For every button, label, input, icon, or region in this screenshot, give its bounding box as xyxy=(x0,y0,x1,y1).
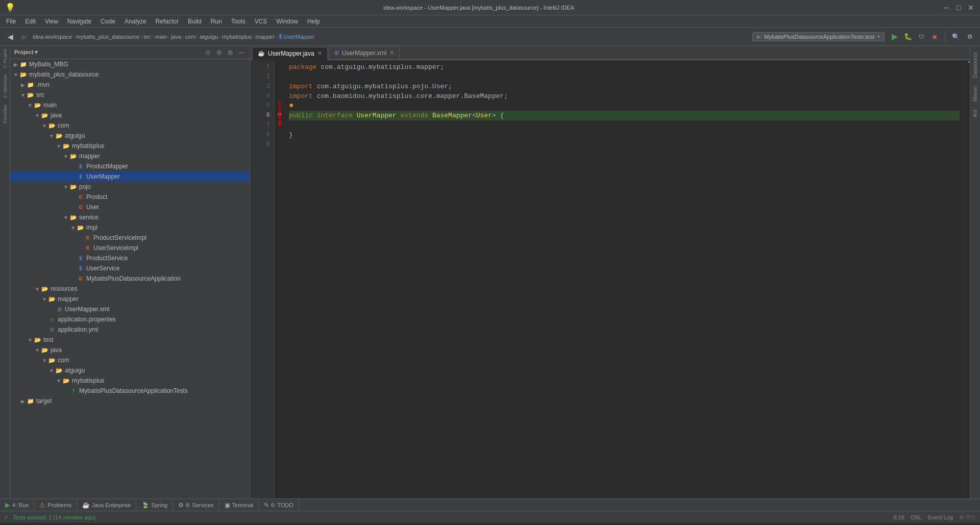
tree-item-test-java[interactable]: ▼ 📂 java xyxy=(10,345,250,355)
event-log-button[interactable]: Event Log xyxy=(928,514,953,520)
tree-item-java[interactable]: ▼ 📂 java xyxy=(10,110,250,120)
breadcrumb-mapper[interactable]: mapper xyxy=(256,34,275,40)
close-button[interactable]: ✕ xyxy=(967,4,975,12)
minimize-button[interactable]: ─ xyxy=(942,4,950,12)
collapse-panel-button[interactable]: — xyxy=(237,48,246,57)
tree-item-application-props[interactable]: ≡ application.properties xyxy=(10,314,250,324)
menu-file[interactable]: File xyxy=(2,17,20,26)
datasource-label[interactable]: Datasource xyxy=(971,48,979,82)
tree-item-productserviceimpl[interactable]: C ProductServiceImpl xyxy=(10,233,250,243)
tree-item-usermapper[interactable]: I UserMapper xyxy=(10,171,250,182)
breadcrumb-src[interactable]: src xyxy=(143,34,151,40)
tree-item-mvn[interactable]: ▶ 📁 .mvn xyxy=(10,80,250,90)
ant-label[interactable]: Ant xyxy=(971,106,979,121)
tree-item-test-atguigu[interactable]: ▼ 📂 atguigu xyxy=(10,365,250,376)
tree-item-userserviceimpl[interactable]: C UserServiceImpl xyxy=(10,243,250,253)
tab-usermapper-java[interactable]: ☕ UserMapper.java ✕ xyxy=(252,47,328,60)
tree-item-mybatismbg[interactable]: ▶ 📁 MyBatis_MBG xyxy=(10,59,250,69)
tree-item-com[interactable]: ▼ 📂 com xyxy=(10,120,250,131)
code-editor[interactable]: package com.atguigu.mybatisplus.mapper; … xyxy=(285,60,964,498)
coverage-button[interactable]: 🛡 xyxy=(915,31,927,43)
java-enterprise-tab[interactable]: ☕ Java Enterprise xyxy=(77,499,136,511)
tree-node-icon: ⊞ xyxy=(55,305,63,313)
run-button[interactable]: ▶ xyxy=(889,31,901,43)
expand-button[interactable]: ⊞ xyxy=(226,48,234,57)
breadcrumb-com[interactable]: com xyxy=(185,34,196,40)
menu-analyze[interactable]: Analyze xyxy=(120,17,151,26)
structure-sidebar-label[interactable]: 2: Structure xyxy=(2,71,9,102)
settings-button[interactable]: ⚙ xyxy=(964,31,976,43)
tree-item-userservice[interactable]: I UserService xyxy=(10,263,250,273)
tree-item-mainapp[interactable]: C MybatisPlusDatasourceApplication xyxy=(10,273,250,284)
menu-run[interactable]: Run xyxy=(207,17,226,26)
debug-button[interactable]: 🐛 xyxy=(902,31,914,43)
favorites-sidebar-label[interactable]: Favorites xyxy=(2,102,9,127)
tree-item-mapper-res[interactable]: ▼ 📂 mapper xyxy=(10,294,250,304)
tab-usermapper-xml[interactable]: ⊞ UserMapper.xml ✕ xyxy=(329,46,400,59)
tree-item-application-yml[interactable]: ⚙ application.yml xyxy=(10,324,250,335)
todo-tab[interactable]: ✎ 6: TODO xyxy=(259,499,299,511)
run-panel-tab[interactable]: ▶ 4: Run xyxy=(0,499,34,511)
tree-arrow: ▼ xyxy=(48,368,55,373)
project-sidebar-label[interactable]: 1: Project xyxy=(2,46,9,71)
terminal-tab[interactable]: ▣ Terminal xyxy=(219,499,259,511)
menu-tools[interactable]: Tools xyxy=(227,17,250,26)
tree-node-label: UserServiceImpl xyxy=(93,244,138,252)
menu-window[interactable]: Window xyxy=(272,17,302,26)
xml-file-icon: ⊞ xyxy=(334,49,339,56)
tree-item-productservice[interactable]: I ProductService xyxy=(10,253,250,263)
tree-item-usermapper-xml[interactable]: ⊞ UserMapper.xml xyxy=(10,304,250,314)
services-tab[interactable]: ⚙ 8: Services xyxy=(173,499,219,511)
tree-item-main[interactable]: ▼ 📂 main xyxy=(10,100,250,110)
breadcrumb-module[interactable]: mybatis_plus_datasource xyxy=(76,34,140,40)
breadcrumb-main[interactable]: main xyxy=(155,34,167,40)
problems-panel-tab[interactable]: ⚠ Problems xyxy=(34,499,77,511)
spring-tab[interactable]: 🍃 Spring xyxy=(136,499,173,511)
tree-item-impl-folder[interactable]: ▼ 📂 impl xyxy=(10,222,250,233)
tree-item-test-mybatisplus[interactable]: ▼ 📂 mybatisplus xyxy=(10,376,250,386)
tree-item-mybatisplus-pkg[interactable]: ▼ 📂 mybatisplus xyxy=(10,141,250,151)
menu-refactor[interactable]: Refactor xyxy=(152,17,183,26)
tree-item-resources-folder[interactable]: ▼ 📂 resources xyxy=(10,284,250,294)
tree-item-target-folder[interactable]: ▶ 📁 target xyxy=(10,396,250,406)
breadcrumb-java[interactable]: java xyxy=(171,34,181,40)
breadcrumb-atguigu[interactable]: atguigu xyxy=(200,34,218,40)
search-everywhere-button[interactable]: 🔍 xyxy=(949,31,962,43)
scope-button[interactable]: ⊙ xyxy=(204,48,212,57)
menu-vcs[interactable]: VCS xyxy=(251,17,272,26)
tree-item-test-com[interactable]: ▼ 📂 com xyxy=(10,355,250,365)
tree-item-src[interactable]: ▼ 📂 src xyxy=(10,90,250,100)
tree-item-test-folder[interactable]: ▼ 📂 test xyxy=(10,335,250,345)
tree-item-mapper-folder[interactable]: ▼ 📂 mapper xyxy=(10,151,250,161)
tab-close-usermapper-xml[interactable]: ✕ xyxy=(389,49,394,56)
back-button[interactable]: ◀ xyxy=(4,31,16,43)
tab-close-usermapper-java[interactable]: ✕ xyxy=(317,50,322,57)
tree-node-label: application.yml xyxy=(58,326,98,333)
menu-navigate[interactable]: Navigate xyxy=(63,17,95,26)
breadcrumb-workspace[interactable]: idea-workspace xyxy=(33,34,72,40)
tree-item-testclass[interactable]: T MybatisPlusDatasourceApplicationTests xyxy=(10,386,250,396)
forward-button[interactable]: ▶ xyxy=(18,31,31,43)
breadcrumb-usermapper[interactable]: IUserMapper xyxy=(279,34,314,40)
gear-icon[interactable]: ⚙ xyxy=(215,48,223,57)
tree-item-atguigu[interactable]: ▼ 📂 atguigu xyxy=(10,131,250,141)
editor-content[interactable]: 1 2 3 4 5 6 7 8 9 ● xyxy=(250,60,970,498)
tree-item-productmapper[interactable]: I ProductMapper xyxy=(10,161,250,171)
tree-node-label: mapper xyxy=(58,295,79,303)
tree-item-product[interactable]: C Product xyxy=(10,192,250,202)
tree-item-mybatisplus[interactable]: ▼ 📂 mybatis_plus_datasource xyxy=(10,69,250,80)
menu-view[interactable]: View xyxy=(41,17,62,26)
run-config-selector[interactable]: ▶ MybatisPlusDatasourceApplicationTests.… xyxy=(752,32,885,41)
tree-item-user[interactable]: C User xyxy=(10,202,250,212)
maximize-button[interactable]: □ xyxy=(954,4,963,12)
menu-help[interactable]: Help xyxy=(303,17,324,26)
tree-item-pojo-folder[interactable]: ▼ 📂 pojo xyxy=(10,182,250,192)
menu-edit[interactable]: Edit xyxy=(21,17,40,26)
menu-code[interactable]: Code xyxy=(96,17,119,26)
maven-label[interactable]: Maven xyxy=(971,82,979,106)
tree-node-icon: I xyxy=(77,254,85,262)
tree-item-service-folder[interactable]: ▼ 📂 service xyxy=(10,212,250,222)
menu-build[interactable]: Build xyxy=(184,17,206,26)
stop-button[interactable]: ■ xyxy=(928,31,941,43)
breadcrumb-mybatisplus[interactable]: mybatisplus xyxy=(222,34,252,40)
